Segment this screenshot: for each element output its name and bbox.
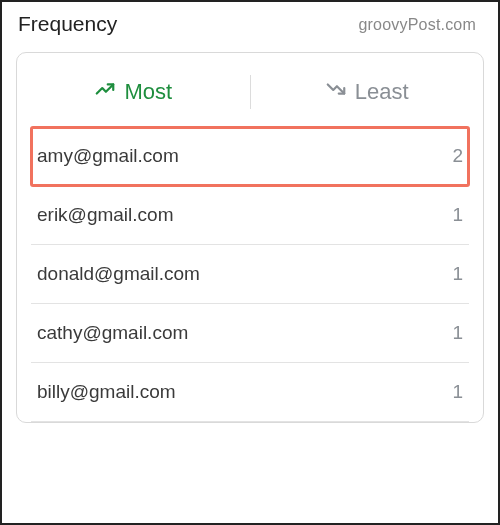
frequency-list: amy@gmail.com 2 erik@gmail.com 1 donald@…: [17, 127, 483, 422]
list-item-email: cathy@gmail.com: [37, 322, 188, 344]
list-item-count: 1: [452, 204, 463, 226]
tab-most-label: Most: [124, 79, 172, 105]
list-item[interactable]: donald@gmail.com 1: [31, 245, 469, 304]
watermark: groovyPost.com: [358, 16, 476, 34]
list-item-email: amy@gmail.com: [37, 145, 179, 167]
list-item[interactable]: cathy@gmail.com 1: [31, 304, 469, 363]
list-item-email: donald@gmail.com: [37, 263, 200, 285]
frequency-panel: groovyPost.com Frequency Most: [0, 0, 500, 525]
list-item-count: 2: [452, 145, 463, 167]
frequency-card: Most Least amy@gmail.com 2 erik@gmail.co…: [16, 52, 484, 423]
tab-most[interactable]: Most: [17, 78, 250, 106]
list-item[interactable]: billy@gmail.com 1: [31, 363, 469, 422]
list-item[interactable]: erik@gmail.com 1: [31, 186, 469, 245]
tab-least[interactable]: Least: [251, 78, 484, 106]
list-item-email: billy@gmail.com: [37, 381, 176, 403]
trend-down-icon: [325, 78, 347, 106]
list-item-count: 1: [452, 263, 463, 285]
list-item-count: 1: [452, 381, 463, 403]
tabs: Most Least: [17, 53, 483, 127]
list-item-count: 1: [452, 322, 463, 344]
list-item[interactable]: amy@gmail.com 2: [31, 127, 469, 186]
tab-least-label: Least: [355, 79, 409, 105]
list-item-email: erik@gmail.com: [37, 204, 173, 226]
trend-up-icon: [94, 78, 116, 106]
